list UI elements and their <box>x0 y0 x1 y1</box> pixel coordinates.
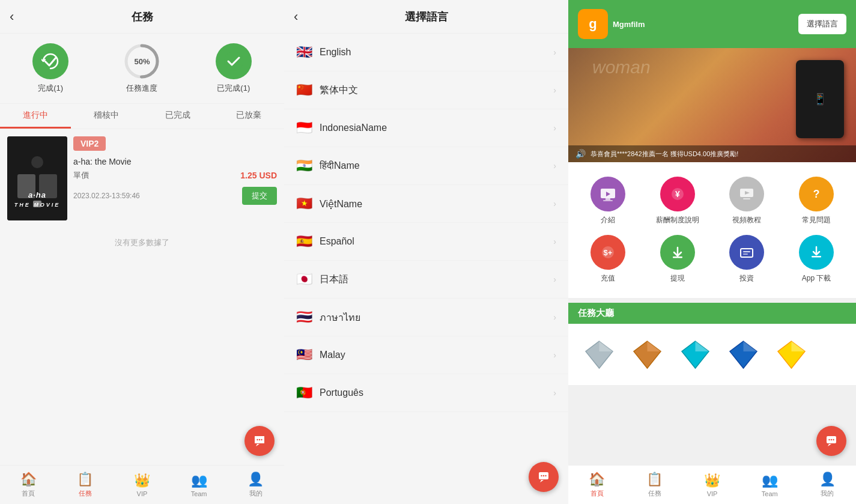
lang-left-english: 🇬🇧 English <box>296 44 351 60</box>
flag-portugal: 🇵🇹 <box>296 385 312 401</box>
main-nav-mine[interactable]: 👤 我的 <box>798 466 856 504</box>
main-home-icon: 🏠 <box>589 472 605 487</box>
invest-label: 投資 <box>739 273 754 284</box>
diamond-bronze[interactable] <box>626 333 668 375</box>
chevron-right-icon: › <box>553 275 556 284</box>
main-content: g Mgmfilm 選擇語言 📱 woman � <box>568 0 856 504</box>
diamond-teal[interactable] <box>674 333 716 375</box>
tab-review[interactable]: 稽核中 <box>71 104 142 129</box>
main-team-icon: 👥 <box>762 473 778 488</box>
svg-rect-22 <box>741 249 753 257</box>
salary-label: 薪酬制度說明 <box>656 215 699 225</box>
language-back-button[interactable]: ‹ <box>294 9 298 25</box>
main-nav-team-label: Team <box>762 490 778 497</box>
main-mine-icon: 👤 <box>819 472 836 487</box>
svg-point-39 <box>833 439 834 440</box>
stat-progress: 50% 任務進度 <box>124 43 160 94</box>
chevron-right-icon: › <box>553 123 556 133</box>
lang-left-viet: 🇻🇳 ViệtName <box>296 196 362 211</box>
nav-home[interactable]: 🏠 首頁 <box>0 466 57 504</box>
lang-name-indonesia: IndonesiaName <box>320 123 387 133</box>
table-row: ® a·haTHE MOVIE VIP2 a-ha: the Movie 單價 … <box>7 136 277 220</box>
faq-label: 常見問題 <box>802 215 831 225</box>
lang-left-chinese: 🇨🇳 繁体中文 <box>296 82 358 98</box>
lang-name-japanese: 日本語 <box>320 273 348 286</box>
done-label: 已完成(1) <box>217 83 250 94</box>
lang-chat-float-button[interactable] <box>529 462 559 492</box>
stat-done: 已完成(1) <box>216 43 252 94</box>
nav-vip[interactable]: 👑 VIP <box>114 466 171 504</box>
diamond-silver[interactable] <box>578 333 620 375</box>
lang-left-spanish: 🇪🇸 Español <box>296 234 354 249</box>
tutorial-label: 視頻教程 <box>732 215 761 225</box>
list-item[interactable]: 🇯🇵 日本語 › <box>284 261 568 299</box>
flag-indonesia: 🇮🇩 <box>296 120 312 136</box>
list-item[interactable]: 🇻🇳 ViệtName › <box>284 185 568 223</box>
flag-spain: 🇪🇸 <box>296 234 312 249</box>
icon-grid: 介紹 ¥ 薪酬制度說明 <box>568 162 856 298</box>
grid-item-download[interactable]: App 下載 <box>782 230 851 288</box>
main-chat-float-button[interactable] <box>816 426 846 456</box>
svg-point-2 <box>224 52 243 71</box>
list-item[interactable]: 🇮🇩 IndonesiaName › <box>284 109 568 147</box>
lang-name-viet: ViệtName <box>320 198 362 210</box>
lang-name-english: English <box>320 47 351 58</box>
list-item[interactable]: 🇲🇾 Malay › <box>284 336 568 374</box>
grid-item-faq[interactable]: ? 常見問題 <box>782 172 851 230</box>
lang-left-indonesia: 🇮🇩 IndonesiaName <box>296 120 387 136</box>
nav-mine[interactable]: 👤 我的 <box>227 466 284 504</box>
svg-rect-17 <box>743 198 750 199</box>
list-item[interactable]: 🇬🇧 English › <box>284 34 568 71</box>
tab-inprogress[interactable]: 進行中 <box>0 104 71 129</box>
flag-malaysia: 🇲🇾 <box>296 347 312 363</box>
task-list: ® a·haTHE MOVIE VIP2 a-ha: the Movie 單價 … <box>0 129 284 465</box>
recharge-label: 充值 <box>601 273 615 284</box>
diamond-blue[interactable] <box>722 333 764 375</box>
chevron-right-icon: › <box>553 161 556 171</box>
list-item[interactable]: 🇵🇹 Português › <box>284 374 568 412</box>
nav-tasks[interactable]: 📋 任務 <box>57 466 114 504</box>
flag-india: 🇮🇳 <box>296 158 312 174</box>
svg-rect-21 <box>673 257 682 258</box>
grid-item-intro[interactable]: 介紹 <box>573 172 643 230</box>
download-icon <box>799 235 834 270</box>
intro-icon <box>590 177 625 211</box>
list-item[interactable]: 🇮🇳 हिंदीName › <box>284 147 568 185</box>
nav-team[interactable]: 👥 Team <box>171 466 228 504</box>
grid-item-salary[interactable]: ¥ 薪酬制度說明 <box>643 172 712 230</box>
main-nav-vip[interactable]: 👑 VIP <box>684 466 741 504</box>
stat-complete: 完成(1) <box>32 43 68 94</box>
grid-item-invest[interactable]: 投資 <box>712 230 782 288</box>
nav-vip-label: VIP <box>137 490 148 497</box>
language-select-button[interactable]: 選擇語言 <box>798 14 846 34</box>
diamond-gold[interactable] <box>770 333 812 375</box>
grid-item-tutorial[interactable]: 視頻教程 <box>712 172 782 230</box>
svg-point-9 <box>543 475 544 476</box>
svg-rect-12 <box>606 198 610 200</box>
list-item[interactable]: 🇨🇳 繁体中文 › <box>284 71 568 109</box>
grid-item-withdraw[interactable]: 提現 <box>643 230 712 288</box>
nav-mine-label: 我的 <box>249 489 263 498</box>
lang-left-hindi: 🇮🇳 हिंदीName <box>296 158 360 174</box>
submit-button[interactable]: 提交 <box>242 187 277 205</box>
flag-english: 🇬🇧 <box>296 44 312 60</box>
svg-rect-25 <box>812 256 821 258</box>
tab-abandoned[interactable]: 已放棄 <box>213 104 284 129</box>
invest-icon <box>729 235 764 270</box>
svg-text:¥: ¥ <box>675 189 680 199</box>
main-nav-home[interactable]: 🏠 首頁 <box>568 466 626 504</box>
grid-item-recharge[interactable]: $+ 充值 <box>573 230 643 288</box>
main-nav-tasks[interactable]: 📋 任務 <box>626 466 684 504</box>
main-banner: 📱 woman 🔊 恭喜會員****2842推薦一名 獲得USD4.00推廣獎勵… <box>568 48 856 162</box>
list-item[interactable]: 🇪🇸 Español › <box>284 223 568 261</box>
task-date: 2023.02.23-13:59:46 <box>73 192 140 200</box>
main-nav-team[interactable]: 👥 Team <box>741 466 798 504</box>
tasks-back-button[interactable]: ‹ <box>10 9 14 25</box>
tab-completed[interactable]: 已完成 <box>142 104 213 129</box>
panel-tasks: ‹ 任務 完成(1) 50% 任務進度 <box>0 0 284 504</box>
flag-chinese: 🇨🇳 <box>296 82 312 98</box>
chat-float-button[interactable] <box>244 426 275 456</box>
list-item[interactable]: 🇹🇭 ภาษาไทย › <box>284 299 568 336</box>
tasks-icon: 📋 <box>77 472 93 487</box>
lang-left-thai: 🇹🇭 ภาษาไทย <box>296 309 360 325</box>
